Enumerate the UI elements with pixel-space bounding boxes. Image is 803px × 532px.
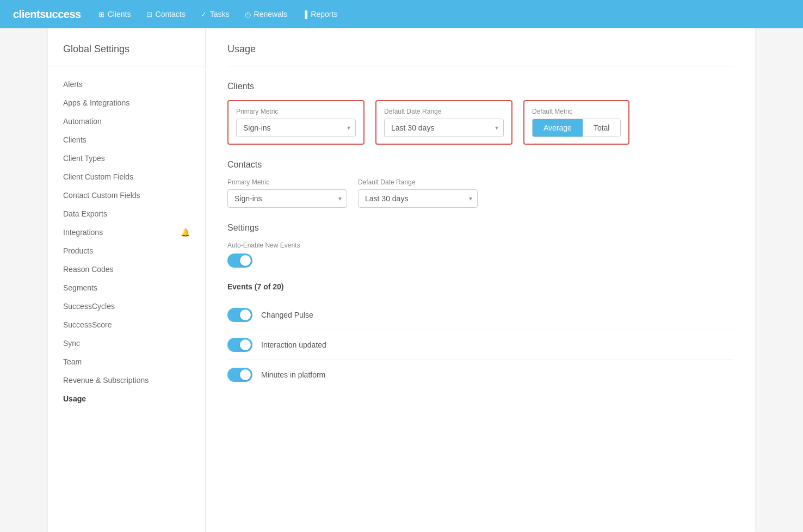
clients-primary-metric-box: Primary Metric Sign-ins Page Views Sessi…: [227, 100, 365, 145]
nav-item-reports[interactable]: ▐ Reports: [302, 10, 337, 18]
sidebar-item-successcycles[interactable]: SuccessCycles: [48, 297, 205, 316]
sidebar-item-contact-custom-fields[interactable]: Contact Custom Fields: [48, 186, 205, 205]
contacts-section-title: Contacts: [227, 160, 733, 170]
clients-section-title: Clients: [227, 82, 733, 91]
nav-item-tasks[interactable]: ✓ Tasks: [201, 10, 230, 18]
nav-items: ⊞ Clients ⊡ Contacts ✓ Tasks ◷ Renewals …: [98, 10, 338, 18]
sidebar-label-reason-codes: Reason Codes: [63, 265, 114, 274]
auto-enable-toggle[interactable]: [227, 253, 252, 268]
sidebar-label-data-exports: Data Exports: [63, 209, 107, 218]
reports-icon: ▐: [302, 10, 307, 18]
clients-section: Clients Primary Metric Sign-ins Page Vie…: [227, 82, 733, 145]
nav-label-clients: Clients: [108, 10, 131, 18]
logo-bold: success: [40, 8, 81, 20]
sidebar-label-apps-integrations: Apps & Integrations: [63, 98, 129, 107]
events-title: Events (7 of 20): [227, 282, 733, 291]
sidebar-item-automation[interactable]: Automation: [48, 112, 205, 131]
sidebar-item-successscore[interactable]: SuccessScore: [48, 316, 205, 334]
sidebar-item-clients[interactable]: Clients: [48, 131, 205, 149]
event-row-minutes-in-platform: Minutes in platform: [227, 360, 733, 389]
sidebar-label-successscore: SuccessScore: [63, 320, 112, 329]
clients-default-metric-toggle-group: Average Total: [532, 119, 621, 137]
contacts-date-range-group: Default Date Range Last 7 days Last 30 d…: [358, 178, 478, 208]
contacts-primary-metric-label: Primary Metric: [227, 178, 347, 186]
sidebar-label-automation: Automation: [63, 117, 102, 126]
changed-pulse-label: Changed Pulse: [261, 311, 313, 319]
logo-light: client: [13, 8, 40, 20]
contacts-date-range-select[interactable]: Last 7 days Last 30 days Last 60 days La…: [358, 189, 478, 208]
contacts-primary-metric-group: Primary Metric Sign-ins Page Views Sessi…: [227, 178, 347, 208]
clients-date-range-box: Default Date Range Last 7 days Last 30 d…: [375, 100, 512, 145]
sidebar-item-reason-codes[interactable]: Reason Codes: [48, 260, 205, 279]
clients-default-metric-group: Default Metric Average Total: [532, 108, 621, 137]
nav-item-renewals[interactable]: ◷ Renewals: [245, 10, 287, 18]
interaction-updated-toggle[interactable]: [227, 338, 252, 352]
sidebar-label-clients: Clients: [63, 135, 87, 144]
contacts-primary-metric-select-wrapper: Sign-ins Page Views Sessions ▾: [227, 189, 347, 208]
clients-primary-metric-select-wrapper: Sign-ins Page Views Sessions Custom ▾: [236, 119, 356, 137]
event-row-interaction-updated: Interaction updated: [227, 330, 733, 360]
clients-icon: ⊞: [98, 10, 104, 18]
tasks-icon: ✓: [201, 10, 207, 18]
clients-date-range-label: Default Date Range: [384, 108, 504, 115]
clients-row: Primary Metric Sign-ins Page Views Sessi…: [227, 100, 733, 145]
clients-primary-metric-select[interactable]: Sign-ins Page Views Sessions Custom: [236, 119, 356, 137]
interaction-updated-label: Interaction updated: [261, 341, 326, 349]
changed-pulse-toggle[interactable]: [227, 308, 252, 322]
sidebar-item-products[interactable]: Products: [48, 242, 205, 260]
integrations-bell-icon: 🔔: [181, 228, 190, 237]
sidebar-label-client-custom-fields: Client Custom Fields: [63, 172, 133, 181]
top-nav: clientsuccess ⊞ Clients ⊡ Contacts ✓ Tas…: [0, 0, 803, 28]
default-metric-average-btn[interactable]: Average: [533, 119, 583, 137]
event-row-changed-pulse: Changed Pulse: [227, 300, 733, 330]
main-content: Usage Clients Primary Metric Sign-ins Pa…: [206, 28, 755, 532]
auto-enable-label: Auto-Enable New Events: [227, 242, 733, 249]
page-title: Usage: [227, 44, 733, 66]
sidebar-item-usage[interactable]: Usage: [48, 389, 205, 408]
clients-default-metric-label: Default Metric: [532, 108, 621, 115]
sidebar-label-alerts: Alerts: [63, 80, 83, 89]
contacts-primary-metric-select[interactable]: Sign-ins Page Views Sessions: [227, 189, 347, 208]
renewals-icon: ◷: [245, 10, 251, 18]
sidebar-label-usage: Usage: [63, 394, 86, 403]
sidebar-label-segments: Segments: [63, 283, 97, 292]
sidebar-item-integrations[interactable]: Integrations 🔔: [48, 223, 205, 242]
nav-item-contacts[interactable]: ⊡ Contacts: [146, 10, 186, 18]
nav-label-contacts: Contacts: [156, 10, 186, 18]
sidebar-label-integrations: Integrations: [63, 228, 103, 237]
app-logo[interactable]: clientsuccess: [13, 8, 81, 21]
sidebar-item-sync[interactable]: Sync: [48, 334, 205, 352]
clients-default-metric-box: Default Metric Average Total: [523, 100, 629, 145]
clients-date-range-group: Default Date Range Last 7 days Last 30 d…: [384, 108, 504, 137]
sidebar-label-team: Team: [63, 357, 82, 366]
sidebar-label-contact-custom-fields: Contact Custom Fields: [63, 191, 140, 200]
sidebar-item-client-custom-fields[interactable]: Client Custom Fields: [48, 168, 205, 186]
sidebar-item-team[interactable]: Team: [48, 352, 205, 371]
sidebar-label-revenue-subscriptions: Revenue & Subscriptions: [63, 376, 149, 385]
sidebar-title: Global Settings: [48, 44, 205, 66]
clients-primary-metric-group: Primary Metric Sign-ins Page Views Sessi…: [236, 108, 356, 137]
sidebar-item-apps-integrations[interactable]: Apps & Integrations: [48, 94, 205, 112]
nav-item-clients[interactable]: ⊞ Clients: [98, 10, 131, 18]
clients-date-range-select[interactable]: Last 7 days Last 30 days Last 60 days La…: [384, 119, 504, 137]
minutes-in-platform-toggle[interactable]: [227, 368, 252, 382]
sidebar-label-successcycles: SuccessCycles: [63, 302, 115, 311]
settings-section: Settings Auto-Enable New Events Events (…: [227, 223, 733, 389]
main-layout: Global Settings Alerts Apps & Integratio…: [48, 28, 755, 532]
nav-label-reports: Reports: [311, 10, 337, 18]
sidebar-label-sync: Sync: [63, 339, 80, 348]
sidebar-item-alerts[interactable]: Alerts: [48, 75, 205, 94]
clients-date-range-select-wrapper: Last 7 days Last 30 days Last 60 days La…: [384, 119, 504, 137]
nav-label-tasks: Tasks: [210, 10, 230, 18]
minutes-in-platform-label: Minutes in platform: [261, 370, 325, 379]
contacts-date-range-select-wrapper: Last 7 days Last 30 days Last 60 days La…: [358, 189, 478, 208]
sidebar-item-revenue-subscriptions[interactable]: Revenue & Subscriptions: [48, 371, 205, 389]
sidebar-item-segments[interactable]: Segments: [48, 279, 205, 297]
settings-section-title: Settings: [227, 223, 733, 233]
nav-label-renewals: Renewals: [254, 10, 287, 18]
contacts-date-range-label: Default Date Range: [358, 178, 478, 186]
sidebar-item-client-types[interactable]: Client Types: [48, 149, 205, 168]
default-metric-total-btn[interactable]: Total: [583, 119, 621, 137]
sidebar-item-data-exports[interactable]: Data Exports: [48, 205, 205, 223]
contacts-icon: ⊡: [146, 10, 152, 18]
